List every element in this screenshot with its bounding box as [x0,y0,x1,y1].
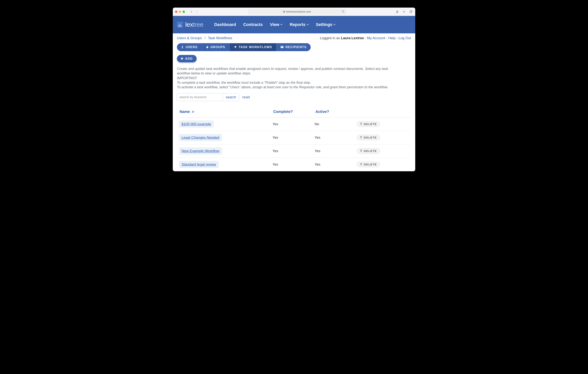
tab-groups[interactable]: GROUPS [202,43,230,51]
nav-reports[interactable]: Reports [290,22,309,27]
tab-label: TASK WORKFLOWS [239,45,272,49]
browser-nav-arrows [189,10,199,14]
help-line-1: Create and update task workflows that en… [177,66,400,76]
svg-rect-4 [207,47,208,48]
delete-label: DELETE [364,150,377,152]
add-button[interactable]: ✚ ADD [177,55,197,62]
delete-label: DELETE [364,136,377,139]
table-body: $100,000 exampleYesNoDELETELegal Changes… [177,118,411,171]
delete-label: DELETE [364,163,377,166]
logo-mark-icon [177,21,183,28]
breadcrumb-current[interactable]: Task Workflows [208,36,232,40]
forward-button[interactable] [195,10,199,14]
delete-button[interactable]: DELETE [357,121,380,127]
column-header-name[interactable]: Name [177,107,271,118]
workflow-name-link[interactable]: $100,000 example [179,120,214,128]
lock-icon [283,11,285,13]
nav-dashboard[interactable]: Dashboard [214,22,236,27]
svg-rect-8 [193,112,194,112]
section-tabs: USERSGROUPSTASK WORKFLOWSRECIPIENTS [177,43,411,51]
delete-button[interactable]: DELETE [357,135,380,140]
cell-complete: Yes [271,118,313,131]
trash-icon [360,123,362,126]
address-domain: berkmansolutions.com [286,10,311,13]
tab-label: RECIPIENTS [285,45,306,49]
tab-label: GROUPS [210,45,225,49]
share-icon[interactable] [395,10,399,14]
cell-active: Yes [313,158,355,171]
delete-button[interactable]: DELETE [357,148,380,154]
help-line-4: To activate a task workflow, select "Use… [177,85,400,89]
paper-plane-icon [234,46,237,49]
trash-icon [360,150,362,152]
nav-contracts[interactable]: Contracts [243,22,263,27]
new-tab-icon[interactable] [402,10,406,14]
workflow-name-link[interactable]: Standard legal review [179,161,219,168]
plus-icon: ✚ [181,57,184,60]
tab-users[interactable]: USERS [177,43,202,51]
help-line-2: IMPORTANT: [177,76,400,80]
address-bar[interactable]: berkmansolutions.com [248,9,346,14]
trash-icon [360,136,362,139]
user-icon [181,46,184,49]
column-header-actions [355,107,411,118]
add-button-label: ADD [185,57,193,60]
add-row: ✚ ADD [177,55,411,62]
reset-link[interactable]: reset [242,95,250,99]
workflows-table: Name Complete? Active? $100,000 exampleY… [177,107,411,171]
search-input[interactable] [177,93,223,101]
tabs-overview-icon[interactable] [409,10,413,14]
my-account-link[interactable]: My Account [367,36,385,40]
svg-point-3 [182,46,183,47]
delete-label: DELETE [364,123,377,126]
svg-rect-2 [410,11,412,13]
search-row: search reset [177,93,411,101]
column-header-active[interactable]: Active? [313,107,355,118]
auth-status: Logged in as Laura Lextree - My Account … [320,36,411,40]
breadcrumb-row: Users & Groups Task Workflows Logged in … [177,33,411,42]
search-group: search [177,93,239,101]
browser-window: berkmansolutions.com lextree [173,8,415,171]
column-header-complete[interactable]: Complete? [271,107,313,118]
workflow-name-link[interactable]: Legal Changes Needed [179,134,222,141]
breadcrumb-root[interactable]: Users & Groups [177,36,202,40]
nav-settings[interactable]: Settings [316,22,336,27]
address-bar-region: berkmansolutions.com [201,9,393,14]
chevron-right-icon [204,37,206,40]
app-header: lextree DashboardContractsViewReportsSet… [173,16,415,33]
auth-prefix: Logged in as [320,36,341,40]
cell-complete: Yes [271,131,313,144]
search-button[interactable]: search [223,93,239,101]
cell-active: Yes [313,131,355,144]
tab-task-workflows[interactable]: TASK WORKFLOWS [230,43,276,51]
close-window-icon[interactable] [175,11,177,13]
chrome-right-controls [395,10,413,14]
tab-recipients[interactable]: RECIPIENTS [276,43,311,51]
delete-button[interactable]: DELETE [357,162,380,167]
zoom-window-icon[interactable] [183,11,185,13]
cell-active: No [313,118,355,131]
help-link[interactable]: Help [388,36,396,40]
back-button[interactable] [189,10,194,14]
svg-rect-0 [284,11,285,12]
help-line-3: To complete a task workflow, the workflo… [177,80,400,85]
breadcrumb: Users & Groups Task Workflows [177,36,232,40]
nav-view[interactable]: View [270,22,283,27]
trash-icon [360,163,362,166]
help-text: Create and update task workflows that en… [177,66,400,89]
lock-icon [206,46,209,49]
logo[interactable]: lextree [177,21,203,28]
cell-active: Yes [313,144,355,158]
tab-label: USERS [186,45,198,49]
workflow-name-link[interactable]: New Example Workflow [179,147,222,155]
chevron-down-icon [307,23,309,26]
traffic-lights [175,11,185,13]
reload-icon[interactable] [342,10,344,13]
logout-link[interactable]: Log Out [399,36,411,40]
sort-asc-icon [192,110,194,114]
svg-rect-6 [193,111,194,111]
browser-chrome: berkmansolutions.com [173,8,415,16]
table-row: New Example WorkflowYesYesDELETE [177,144,411,158]
page-content: Users & Groups Task Workflows Logged in … [173,33,415,171]
minimize-window-icon[interactable] [179,11,181,13]
